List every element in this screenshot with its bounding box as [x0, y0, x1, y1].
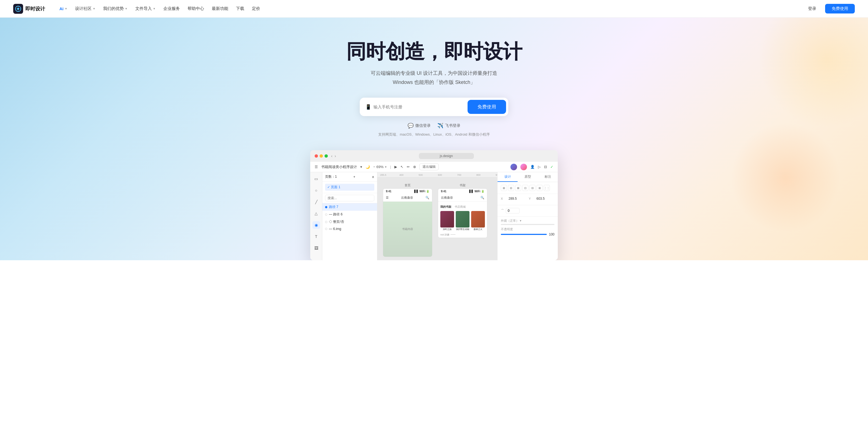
image-tool[interactable]: 🖼: [312, 244, 320, 252]
layer-item[interactable]: — 6.img: [322, 226, 377, 232]
props-align-section: ⊞ ⊟ ⊠ ⊡ ⊟ ⊞ ⋮⋮: [498, 182, 558, 194]
frame-tool[interactable]: ▭: [312, 175, 320, 183]
opacity-bar: [501, 234, 547, 235]
ruler-mark: 500: [418, 174, 423, 176]
phone-icon: 📱: [365, 104, 371, 110]
hamburger-icon: ☰: [386, 196, 389, 200]
text-tool[interactable]: T: [312, 233, 320, 240]
nav-back-icon[interactable]: ‹: [331, 154, 333, 158]
nav-forward-icon[interactable]: ›: [335, 154, 336, 158]
dropdown-icon[interactable]: ▾: [360, 165, 362, 169]
nav-item-community[interactable]: 设计社区 ▼: [72, 4, 99, 13]
layer-selected-dot: [325, 206, 327, 208]
opacity-value: 100: [549, 233, 555, 236]
chevron-down-icon[interactable]: ▾: [520, 219, 522, 222]
layer-dot: [325, 228, 327, 230]
circle-tool[interactable]: ○: [312, 186, 320, 194]
nav-item-download[interactable]: 下载: [233, 4, 248, 13]
layers-search-input[interactable]: [325, 195, 374, 201]
layers-search: [322, 193, 377, 203]
layer-item[interactable]: — 路径 6: [322, 211, 377, 218]
add-page-icon[interactable]: +: [353, 175, 355, 179]
free-button[interactable]: 免费使用: [825, 4, 855, 13]
props-x-row: X 289.5 Y 603.5: [501, 197, 555, 201]
nav-item-advantages[interactable]: 我们的优势 ▼: [100, 4, 131, 13]
menu-icon[interactable]: ☰: [315, 165, 318, 169]
layer-dot: [325, 221, 327, 223]
nav-item-ai[interactable]: Ai ▼: [56, 4, 71, 13]
login-button[interactable]: 登录: [803, 4, 822, 13]
align-center-v-icon[interactable]: ⊟: [529, 185, 535, 191]
ruler-mark: 800: [476, 174, 480, 176]
phone-status-bar: 9:41 ▋▋ WiFi 🔋: [383, 189, 432, 194]
register-button[interactable]: 免费使用: [468, 100, 506, 114]
props-radius-section: ⌒: [498, 205, 558, 216]
ruler-mark: 600: [438, 174, 442, 176]
ruler-horizontal: 285.5 400 500 600 700 800 900 1000 1100: [377, 172, 497, 178]
layer-item[interactable]: ◇ 整页/否: [322, 218, 377, 226]
minimize-button[interactable]: [319, 154, 323, 158]
play-icon[interactable]: ▶: [394, 165, 397, 169]
nav-item-help[interactable]: 帮助中心: [184, 4, 207, 13]
canvas-frame-bookshelf: 书架 9:41 ▋▋ WiFi 🔋 云南蛊谷 🔍 我的书架: [438, 183, 487, 255]
radius-input[interactable]: [506, 208, 520, 213]
page-item[interactable]: ✓ 页面 1: [325, 184, 374, 190]
align-right-icon[interactable]: ⊠: [515, 185, 521, 191]
wechat-login-button[interactable]: 💬 微信登录: [408, 123, 431, 129]
align-left-icon[interactable]: ⊞: [501, 185, 507, 191]
nav-item-enterprise[interactable]: 企业服务: [160, 4, 183, 13]
canvas-frame-home: 首页 9:41 ▋▋ WiFi 🔋 ☰ 云南蛊谷 🔍: [383, 183, 432, 255]
layer-item[interactable]: 路径 7: [322, 203, 377, 211]
pen-tool[interactable]: ╱: [312, 198, 320, 206]
logo[interactable]: 即时设计: [13, 4, 45, 14]
book-image-1: [440, 211, 454, 228]
appearance-label: 外观（正常） ▾: [501, 219, 555, 223]
url-bar[interactable]: js.design: [419, 153, 474, 159]
nav-item-import[interactable]: 文件导入 ▼: [132, 4, 159, 13]
theme-icon[interactable]: 🌙: [366, 165, 370, 169]
wechat-icon: 💬: [408, 123, 414, 129]
history-icon[interactable]: ⊟: [544, 165, 547, 169]
move-icon[interactable]: ⊕: [413, 165, 416, 169]
distribute-icon[interactable]: ⋮⋮: [544, 185, 550, 191]
props-tab-design[interactable]: 设计: [498, 172, 518, 182]
exit-edit-button[interactable]: 退出编辑: [420, 164, 439, 170]
corner-icon: ⌒: [501, 209, 504, 213]
close-button[interactable]: [315, 154, 318, 158]
register-form: 📱 免费使用: [360, 98, 508, 116]
triangle-tool[interactable]: △: [312, 210, 320, 217]
share-icon[interactable]: 👤: [530, 165, 535, 169]
radius-row: ⌒: [501, 208, 555, 213]
chevron-down-icon: ▼: [65, 7, 67, 10]
canvas-area[interactable]: 285.5 400 500 600 700 800 900 1000 1100 …: [377, 172, 497, 260]
nav-item-new[interactable]: 最新功能: [209, 4, 231, 13]
book-cover-2: 保护野生动物: [456, 211, 469, 231]
props-tab-prototype[interactable]: 原型: [518, 172, 538, 182]
layers-panel: 页数：1 + ∧ ✓ 页面 1 路径 7 — 路径 6: [322, 172, 377, 260]
nav-item-pricing[interactable]: 定价: [249, 4, 264, 13]
props-tab-annotation[interactable]: 标注: [538, 172, 558, 182]
app-toolbar: ☰ 书籍阅读类小程序设计 ▾ 🌙 − 69% + | ▶ ↖ ✏ ⊕ 退出编辑 …: [310, 162, 558, 172]
zoom-minus-icon[interactable]: −: [373, 165, 375, 169]
phone-input[interactable]: [373, 105, 464, 109]
status-icon[interactable]: ✓: [550, 165, 553, 169]
y-value: 603.5: [536, 197, 555, 201]
align-bottom-icon[interactable]: ⊞: [536, 185, 542, 191]
pen-icon[interactable]: ✏: [407, 165, 410, 169]
select-tool[interactable]: ◉: [312, 221, 320, 229]
maximize-button[interactable]: [324, 154, 328, 158]
feishu-login-button[interactable]: ✈️ 飞书登录: [437, 123, 460, 129]
zoom-plus-icon[interactable]: +: [385, 165, 387, 169]
hero-title: 同时创造，即时设计: [346, 40, 522, 63]
align-top-icon[interactable]: ⊡: [522, 185, 528, 191]
present-icon[interactable]: ▷: [538, 165, 541, 169]
user-avatar-1: [510, 164, 517, 170]
x-label: X: [501, 197, 506, 200]
cursor-icon[interactable]: ↖: [400, 165, 403, 169]
app-titlebar: ‹ › js.design: [310, 150, 558, 162]
home-content: 书籍内容: [383, 202, 432, 257]
align-center-h-icon[interactable]: ⊟: [508, 185, 514, 191]
platform-support: 支持网页端、macOS、Windows、Linux、iOS、Android 和微…: [378, 132, 490, 137]
expand-icon[interactable]: ∧: [372, 175, 374, 179]
book-image-3: [471, 211, 485, 228]
